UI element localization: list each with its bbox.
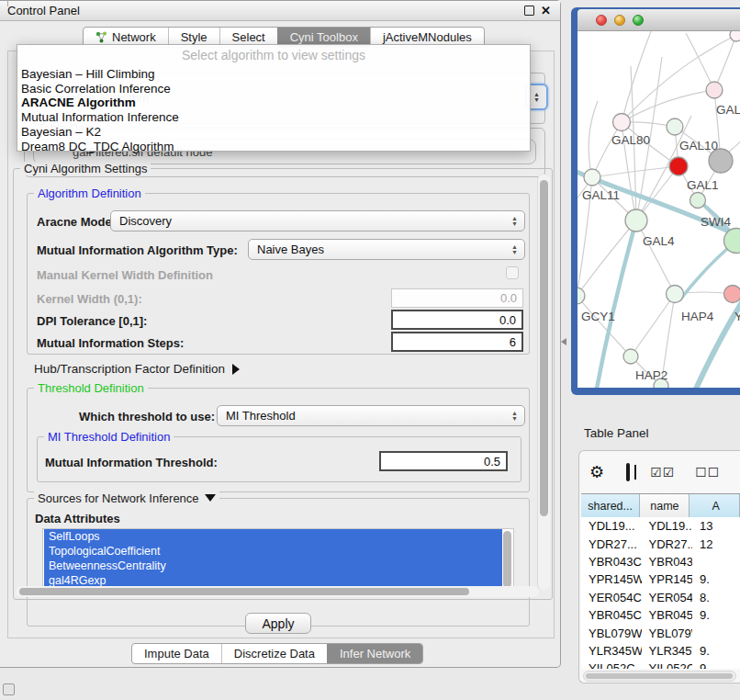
close-traffic-light-icon[interactable] <box>596 15 607 26</box>
column-header-name[interactable]: name <box>640 494 690 518</box>
hub-transcription-label: Hub/Transcription Factor Definition <box>34 362 225 376</box>
dpi-tolerance-field[interactable]: 0.0 <box>391 310 523 330</box>
floating-button-fragment[interactable] <box>3 683 15 695</box>
table-cell: YLR345W <box>642 644 692 658</box>
table-row[interactable]: YLR345WYLR345W9. <box>581 642 740 660</box>
network-node[interactable] <box>730 31 740 41</box>
network-edge[interactable] <box>636 220 675 294</box>
algorithm-placeholder-item[interactable]: Select algorithm to view settings <box>17 48 530 62</box>
network-node[interactable] <box>577 288 585 304</box>
mi-threshold-field[interactable]: 0.5 <box>379 451 508 471</box>
network-icon <box>95 31 107 43</box>
table-row[interactable]: YPR145WYPR145W9. <box>581 570 740 588</box>
table-row[interactable]: YBR045CYBR045C9. <box>581 606 740 624</box>
mi-steps-field[interactable]: 6 <box>391 332 523 352</box>
which-threshold-combobox[interactable]: MI Threshold ▲▼ <box>217 405 525 426</box>
table-row[interactable]: YIL052CYIL052C9. <box>581 660 740 669</box>
algorithm-list: Bayesian – Hill ClimbingBasic Correlatio… <box>21 67 526 153</box>
algorithm-option[interactable]: Basic Correlation Inference <box>21 82 526 96</box>
table-cell: YIL052C <box>581 661 642 669</box>
float-window-icon[interactable] <box>524 6 534 16</box>
network-node[interactable] <box>667 119 683 135</box>
network-edge[interactable] <box>622 31 651 122</box>
column-header-A[interactable]: A <box>690 494 740 518</box>
table-cell: 12 <box>692 537 740 551</box>
network-window-titlebar[interactable] <box>577 9 740 31</box>
algorithm-option[interactable]: Dream8 DC_TDC Algorithm <box>21 140 526 154</box>
network-edge[interactable] <box>592 122 622 177</box>
table-cell: YDL19... <box>642 519 692 533</box>
network-node[interactable] <box>669 157 688 175</box>
scrollbar-thumb[interactable] <box>540 180 548 516</box>
panel-splitter-handle[interactable] <box>561 338 566 345</box>
network-node[interactable] <box>613 114 631 131</box>
table-row[interactable]: YDR27...YDR27...12 <box>581 535 740 552</box>
deselect-all-checkboxes-icon[interactable]: ☐☐ <box>695 465 720 480</box>
tab-infer-network[interactable]: Infer Network <box>327 644 422 663</box>
algorithm-option[interactable]: Bayesian – K2 <box>21 125 526 140</box>
network-edge[interactable] <box>622 90 714 122</box>
settings-horizontal-scrollbar[interactable] <box>16 586 539 597</box>
spinner-arrows-icon: ▲▼ <box>511 216 518 226</box>
spinner-arrows-icon: ▲▼ <box>533 92 540 103</box>
kernel-width-field[interactable]: 0.0 <box>391 288 523 308</box>
algorithm-option[interactable]: ARACNE Algorithm <box>21 96 526 110</box>
minimize-traffic-light-icon[interactable] <box>614 15 625 26</box>
scrollbar-thumb[interactable] <box>19 588 469 595</box>
network-node[interactable] <box>623 349 638 364</box>
network-node[interactable] <box>667 286 684 303</box>
network-edge[interactable] <box>631 294 675 356</box>
table-panel-title: Table Panel <box>584 426 649 440</box>
sources-group: Sources for Network Inference Data Attri… <box>27 498 530 627</box>
data-attribute-item[interactable]: BetweennessCentrality <box>44 559 502 573</box>
columns-icon[interactable] <box>626 463 630 481</box>
tab-impute-data[interactable]: Impute Data <box>132 644 221 663</box>
application-root: Control Panel ✕ NetworkStyleSelectCyni T… <box>0 0 740 700</box>
aracne-mode-label: Aracne Mode: <box>37 215 116 229</box>
network-node-label: GAL1 <box>687 178 719 192</box>
table-row[interactable]: YBR043CYBR043C <box>581 553 740 570</box>
column-header-shared[interactable]: shared... <box>581 494 640 518</box>
table-row[interactable]: YBL079WYBL079W <box>581 624 740 641</box>
algorithm-option[interactable]: Mutual Information Inference <box>21 110 526 125</box>
select-all-checkboxes-icon[interactable]: ☑☑ <box>650 465 675 480</box>
manual-kernel-width-checkbox[interactable] <box>506 266 519 279</box>
table-horizontal-scrollbar[interactable] <box>583 671 736 682</box>
cyni-algorithm-settings-group: Cyni Algorithm Settings Algorithm Defini… <box>13 168 553 600</box>
network-node-label: SWI4 <box>701 215 731 229</box>
table-cell: YER054C <box>581 591 642 604</box>
dpi-tolerance-label: DPI Tolerance [0,1]: <box>37 314 147 328</box>
list-scrollbar[interactable] <box>503 531 511 588</box>
scrollbar-thumb[interactable] <box>586 673 733 679</box>
apply-button[interactable]: Apply <box>245 613 311 634</box>
network-edge[interactable] <box>589 101 598 177</box>
zoom-traffic-light-icon[interactable] <box>633 15 644 26</box>
spinner-arrows-icon: ▲▼ <box>511 244 518 254</box>
control-panel-titlebar: Control Panel ✕ <box>0 1 560 21</box>
network-node[interactable] <box>724 286 740 303</box>
network-node[interactable] <box>625 209 647 231</box>
network-node[interactable] <box>706 82 723 98</box>
mi-threshold-definition-group: MI Threshold Definition Mutual Informati… <box>37 436 521 482</box>
data-attribute-item[interactable]: TopologicalCoefficient <box>44 544 502 559</box>
settings-vertical-scrollbar[interactable] <box>537 175 550 590</box>
table-row[interactable]: YDL19...YDL19...13 <box>581 517 740 535</box>
tab-discretize-data[interactable]: Discretize Data <box>221 644 327 663</box>
sources-title[interactable]: Sources for Network Inference <box>34 491 219 505</box>
aracne-mode-combobox[interactable]: Discovery ▲▼ <box>110 210 525 231</box>
network-node[interactable] <box>584 169 600 186</box>
table-cell: YBR043C <box>642 555 692 569</box>
close-icon[interactable]: ✕ <box>541 6 551 15</box>
algorithm-option[interactable]: Bayesian – Hill Climbing <box>21 67 526 82</box>
table-row[interactable]: YER054CYER054C8. <box>581 589 740 606</box>
gear-icon[interactable]: ⚙ <box>589 462 604 482</box>
mi-algorithm-type-combobox[interactable]: Naive Bayes ▲▼ <box>248 239 525 260</box>
network-edge[interactable] <box>714 35 736 90</box>
network-canvas[interactable]: GALGAL80GAL10GAL1GAL11SWI4GAL4GCY1HAP4YH… <box>577 31 740 388</box>
table-cell: YBL079W <box>581 627 642 640</box>
hub-transcription-expander[interactable]: Hub/Transcription Factor Definition <box>34 362 240 376</box>
algorithm-dropdown-popup: Select algorithm to view settings Bayesi… <box>17 44 531 152</box>
network-node[interactable] <box>690 193 706 209</box>
data-attribute-item[interactable]: SelfLoops <box>44 529 502 544</box>
network-edge[interactable] <box>686 33 714 90</box>
